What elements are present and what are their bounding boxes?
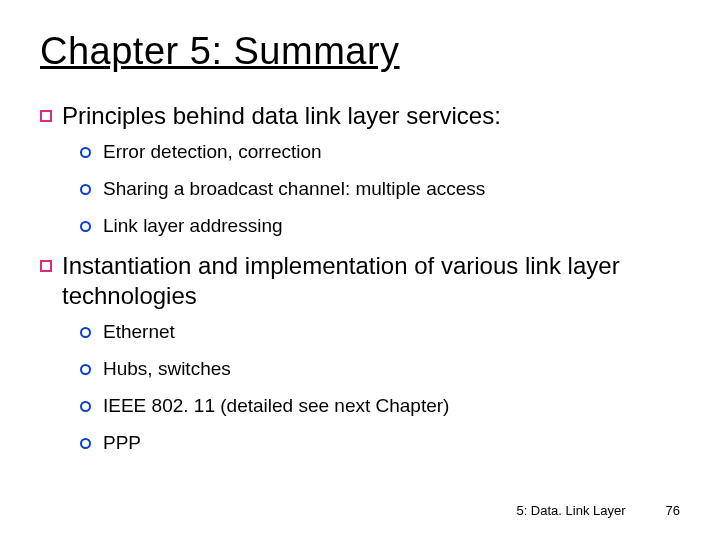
sub-list-item-text: Ethernet xyxy=(103,321,175,344)
circle-bullet-icon xyxy=(80,438,91,449)
sub-list-item-text: PPP xyxy=(103,432,141,455)
sub-list-item-text: Hubs, switches xyxy=(103,358,231,381)
sub-list-item: Hubs, switches xyxy=(80,358,680,381)
sub-list: Error detection, correction Sharing a br… xyxy=(80,141,680,237)
circle-bullet-icon xyxy=(80,184,91,195)
list-item-text: Principles behind data link layer servic… xyxy=(62,101,501,131)
circle-bullet-icon xyxy=(80,364,91,375)
circle-bullet-icon xyxy=(80,221,91,232)
circle-bullet-icon xyxy=(80,327,91,338)
circle-bullet-icon xyxy=(80,147,91,158)
sub-list-item: Ethernet xyxy=(80,321,680,344)
list-item: Instantiation and implementation of vari… xyxy=(40,251,680,311)
sub-list-item: Sharing a broadcast channel: multiple ac… xyxy=(80,178,680,201)
sub-list-item: PPP xyxy=(80,432,680,455)
list-item-text: Instantiation and implementation of vari… xyxy=(62,251,680,311)
square-bullet-icon xyxy=(40,260,52,272)
sub-list-item-text: Sharing a broadcast channel: multiple ac… xyxy=(103,178,485,201)
slide-title: Chapter 5: Summary xyxy=(40,30,680,73)
circle-bullet-icon xyxy=(80,401,91,412)
sub-list-item: Error detection, correction xyxy=(80,141,680,164)
slide-footer: 5: Data. Link Layer 76 xyxy=(516,503,680,518)
list-item: Principles behind data link layer servic… xyxy=(40,101,680,131)
sub-list-item-text: Error detection, correction xyxy=(103,141,322,164)
square-bullet-icon xyxy=(40,110,52,122)
sub-list-item-text: IEEE 802. 11 (detailed see next Chapter) xyxy=(103,395,449,418)
footer-page-number: 76 xyxy=(666,503,680,518)
footer-label: 5: Data. Link Layer xyxy=(516,503,625,518)
sub-list-item-text: Link layer addressing xyxy=(103,215,283,238)
sub-list-item: Link layer addressing xyxy=(80,215,680,238)
sub-list-item: IEEE 802. 11 (detailed see next Chapter) xyxy=(80,395,680,418)
sub-list: Ethernet Hubs, switches IEEE 802. 11 (de… xyxy=(80,321,680,454)
